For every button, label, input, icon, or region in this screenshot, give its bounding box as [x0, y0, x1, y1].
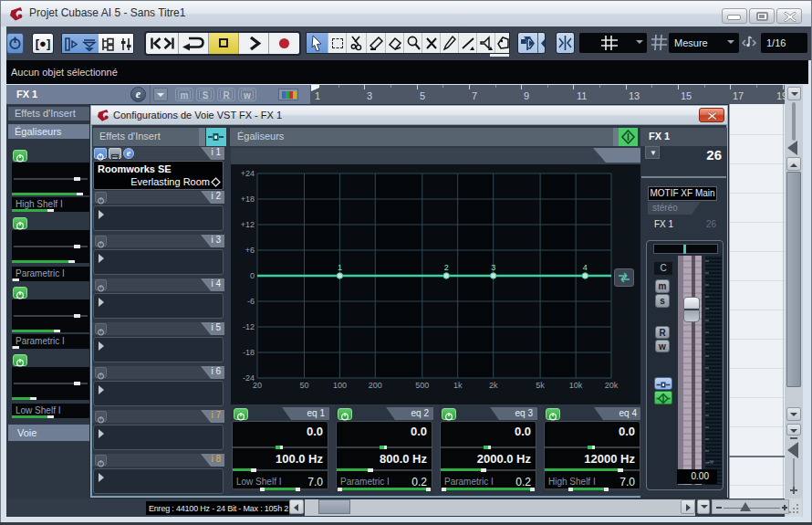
svg-text:5k: 5k [536, 381, 545, 390]
svg-text:1k: 1k [453, 381, 463, 390]
svg-text:2: 2 [444, 263, 449, 272]
svg-text:100: 100 [333, 381, 347, 390]
svg-text:-12: -12 [243, 322, 255, 331]
svg-text:20: 20 [253, 381, 262, 390]
svg-text:3: 3 [491, 263, 495, 272]
svg-text:2k: 2k [489, 381, 498, 390]
svg-text:+18: +18 [241, 194, 255, 204]
svg-text:+6: +6 [245, 246, 255, 255]
svg-text:0: 0 [250, 271, 255, 280]
svg-text:10k: 10k [569, 381, 583, 390]
svg-text:500: 500 [415, 381, 429, 390]
svg-text:4: 4 [583, 263, 588, 272]
svg-text:-6: -6 [247, 297, 255, 306]
svg-text:1: 1 [338, 263, 342, 272]
svg-text:200: 200 [369, 381, 382, 390]
svg-text:20k: 20k [605, 381, 619, 390]
svg-text:-18: -18 [243, 348, 255, 357]
svg-text:+24: +24 [241, 169, 255, 178]
svg-text:+12: +12 [241, 220, 255, 229]
svg-text:50: 50 [299, 381, 308, 390]
